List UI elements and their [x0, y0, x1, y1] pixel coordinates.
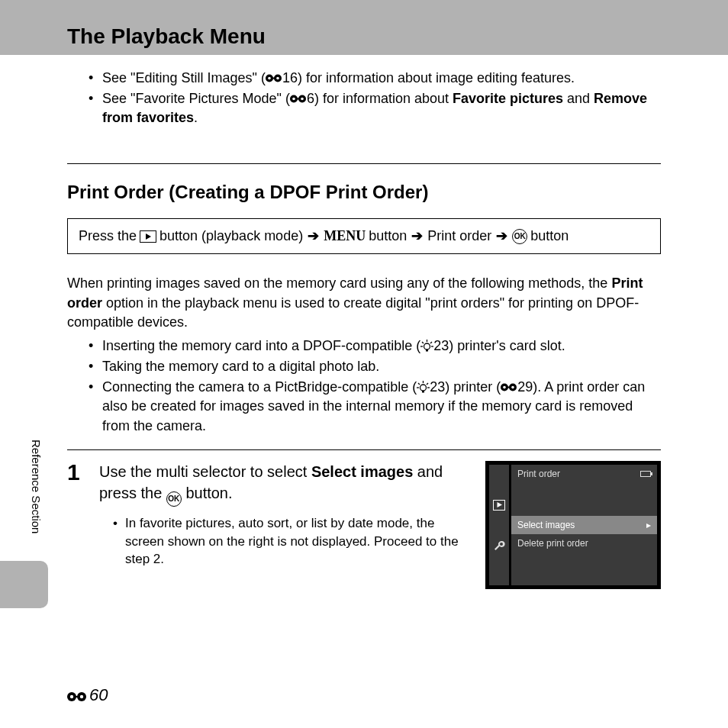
play-icon	[140, 230, 156, 243]
title-band: The Playback Menu	[0, 0, 728, 55]
text: 23	[430, 379, 445, 395]
text: .	[194, 110, 198, 125]
svg-rect-17	[426, 350, 428, 352]
text: ) printer (	[445, 379, 501, 395]
text: 6	[307, 91, 314, 106]
step-number: 1	[67, 461, 85, 484]
note-item: See "Editing Still Images" (16) for info…	[89, 69, 661, 88]
screen-item-label: Select images	[517, 519, 575, 532]
text: Print order	[427, 227, 491, 246]
text: button	[369, 227, 407, 246]
divider-thin	[67, 449, 661, 450]
svg-point-26	[503, 386, 506, 389]
step-sub-list: In favorite pictures, auto sort, or list…	[99, 514, 472, 569]
text: Use the multi selector to select	[99, 463, 311, 480]
bulb-icon	[420, 340, 433, 352]
text: button	[530, 227, 569, 246]
play-icon	[493, 500, 505, 511]
svg-line-12	[422, 342, 424, 343]
note-item: See "Favorite Pictures Mode" (6) for inf…	[89, 89, 661, 127]
text: Press the	[79, 227, 137, 246]
text: ) for information about image editing fe…	[298, 70, 575, 85]
battery-icon	[640, 471, 651, 477]
svg-rect-24	[422, 391, 424, 393]
text: button (playback mode)	[159, 227, 303, 246]
arrow-icon: ➔	[411, 227, 423, 246]
svg-point-35	[80, 694, 83, 697]
side-tab	[0, 561, 48, 608]
arrow-icon: ➔	[308, 227, 319, 246]
svg-point-23	[420, 385, 427, 391]
text: ) printer's card slot.	[449, 338, 565, 353]
text: and	[563, 91, 594, 106]
ref-pair-icon	[290, 93, 307, 105]
text: Inserting the memory card into a DPOF-co…	[102, 338, 420, 353]
svg-point-9	[301, 98, 304, 101]
nav-path-box: Press the button (playback mode) ➔ MENU …	[67, 218, 661, 254]
screen-title: Print order	[517, 468, 560, 481]
arrow-icon: ➔	[496, 227, 507, 246]
text: When printing images saved on the memory…	[67, 275, 611, 291]
step-text: Use the multi selector to select Select …	[99, 461, 472, 569]
wrench-icon	[493, 540, 505, 552]
notes-list: See "Editing Still Images" (16) for info…	[67, 69, 661, 128]
page-number-text: 60	[89, 685, 108, 705]
page-number: 60	[67, 685, 108, 705]
svg-marker-10	[146, 234, 151, 240]
screen-item-selected: Select images ▸	[511, 516, 657, 535]
ref-pair-icon	[67, 690, 87, 701]
chevron-right-icon: ▸	[646, 519, 651, 532]
text: 16	[282, 70, 298, 85]
list-item: In favorite pictures, auto sort, or list…	[113, 514, 472, 569]
list-item: Connecting the camera to a PictBridge-co…	[89, 378, 661, 436]
method-list: Inserting the memory card into a DPOF-co…	[67, 337, 661, 436]
page-title: The Playback Menu	[67, 24, 266, 49]
text: 23	[433, 338, 449, 353]
text-bold: Favorite pictures	[453, 91, 563, 106]
svg-point-1	[268, 77, 271, 80]
svg-line-20	[427, 383, 428, 385]
svg-point-6	[292, 98, 295, 101]
svg-point-4	[276, 77, 279, 80]
bulb-icon	[417, 381, 430, 393]
screen-item: Delete print order	[511, 534, 657, 553]
text: 29	[517, 379, 533, 395]
svg-point-32	[70, 694, 73, 697]
screen-header: Print order	[511, 465, 657, 484]
side-label: Reference Section	[30, 440, 43, 533]
text: option in the playback menu is used to c…	[67, 295, 639, 330]
menu-label: MENU	[324, 227, 366, 246]
step-row: 1 Use the multi selector to select Selec…	[67, 461, 661, 589]
screen-main: Print order Select images ▸ Delete print…	[511, 465, 657, 585]
intro-paragraph: When printing images saved on the memory…	[67, 274, 661, 332]
ref-pair-icon	[266, 72, 282, 84]
section-heading: Print Order (Creating a DPOF Print Order…	[67, 179, 661, 205]
svg-point-16	[424, 343, 430, 350]
ok-icon: OK	[512, 229, 527, 244]
list-item: Inserting the memory card into a DPOF-co…	[89, 337, 661, 356]
svg-line-13	[430, 342, 432, 343]
divider	[67, 163, 661, 164]
text: Connecting the camera to a PictBridge-co…	[102, 379, 417, 395]
svg-marker-30	[497, 502, 502, 507]
content-area: See "Editing Still Images" (16) for info…	[0, 55, 728, 589]
text-bold: Select images	[311, 463, 413, 480]
text: See "Editing Still Images" (	[102, 70, 266, 85]
text: See "Favorite Pictures Mode" (	[102, 91, 290, 106]
screen-left-rail	[489, 465, 509, 585]
text: button.	[182, 485, 233, 501]
ref-pair-icon	[501, 382, 517, 393]
ok-icon: OK	[166, 491, 182, 507]
list-item: Taking the memory card to a digital phot…	[89, 357, 661, 376]
text: ) for information about	[314, 91, 453, 106]
camera-screen: Print order Select images ▸ Delete print…	[485, 461, 661, 589]
svg-point-29	[511, 386, 514, 389]
svg-line-19	[418, 383, 420, 385]
